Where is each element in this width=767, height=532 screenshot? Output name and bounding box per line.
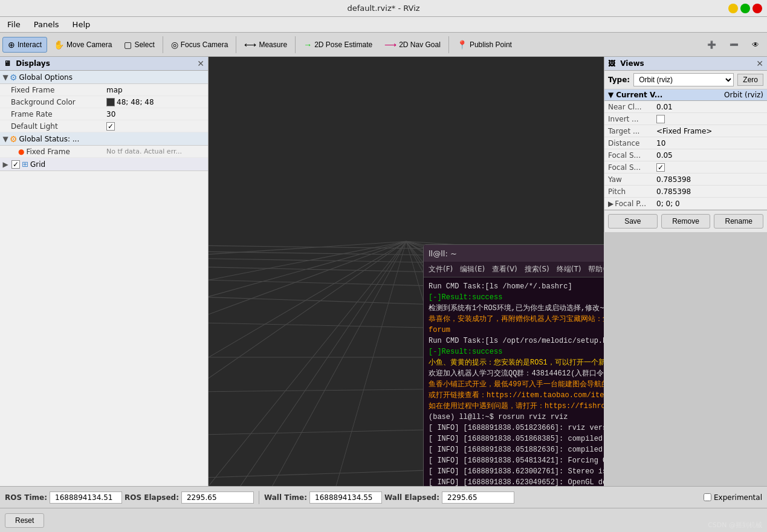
terminal-menu-view[interactable]: 查看(V) [492, 264, 517, 274]
focal-s1-value[interactable]: 0.05 [655, 151, 765, 160]
target-value[interactable]: <Fixed Frame> [655, 126, 765, 136]
invert-row[interactable]: Invert ... [604, 113, 767, 125]
yaw-value[interactable]: 0.785398 [655, 175, 765, 184]
fixed-frame-status-row[interactable]: ● Fixed Frame No tf data. Actual err... [0, 146, 208, 158]
views-save-button[interactable]: Save [608, 214, 658, 229]
focal-p-row[interactable]: ▶ Focal P... 0; 0; 0 [604, 198, 767, 210]
terminal-menu-search[interactable]: 搜索(S) [525, 264, 549, 274]
toolbar-publish-point[interactable]: 📍 Publish Point [451, 37, 517, 53]
status-bar: ROS Time: 1688894134.51 ROS Elapsed: 229… [0, 486, 767, 508]
current-view-section[interactable]: ▼ Current V... Orbit (rviz) [604, 89, 767, 101]
invert-checkbox[interactable] [656, 115, 665, 123]
views-zero-button[interactable]: Zero [737, 74, 763, 86]
fixed-frame-status-label: ● Fixed Frame [1, 147, 104, 157]
views-title: 🖼 Views [608, 59, 644, 68]
focal-s2-row[interactable]: Focal S... ✓ [604, 161, 767, 174]
toolbar-2d-pose[interactable]: → 2D Pose Estimate [298, 37, 378, 53]
views-rename-button[interactable]: Rename [714, 214, 763, 229]
default-light-row[interactable]: Default Light ✓ [0, 120, 208, 132]
minimize-button[interactable] [728, 4, 738, 13]
current-view-label: Current V... [616, 91, 662, 99]
focal-p-value[interactable]: 0; 0; 0 [655, 199, 765, 209]
terminal-line: [ INFO] [1688891838.623002761]: Stereo i… [429, 466, 604, 477]
toolbar-select[interactable]: ▢ Select [118, 37, 160, 53]
toolbar-measure[interactable]: ⟷ Measure [239, 37, 293, 53]
invert-value[interactable] [655, 114, 765, 124]
yaw-row[interactable]: Yaw 0.785398 [604, 174, 767, 186]
viewport[interactable]: ll@ll: ~ 文件(F) 编辑(E) 查看(V) 搜索(S) 终端(T) 帮… [209, 57, 604, 486]
bg-color-value[interactable]: 48; 48; 48 [104, 97, 207, 107]
views-remove-button[interactable]: Remove [661, 214, 711, 229]
terminal-line: 小鱼、黄黄的提示：您安装的是ROS1，可以打开一个新的终端输入roscore测试… [429, 357, 604, 368]
distance-row[interactable]: Distance 10 [604, 137, 767, 149]
terminal-line: [ INFO] [1688891838.051882636]: compiled… [429, 444, 604, 455]
plus-icon: ➕ [707, 41, 716, 49]
toolbar-2d-nav[interactable]: ⟶ 2D Nav Goal [379, 37, 446, 53]
terminal-line: 鱼香小铺正式开业，最低499可入手一台能建图会导航的移动机器人，淘宝搜店：鱼香R… [429, 379, 604, 390]
focal-s2-value[interactable]: ✓ [655, 163, 765, 172]
menu-help[interactable]: Help [68, 19, 95, 30]
focal-s1-row[interactable]: Focal S... 0.05 [604, 149, 767, 161]
grid-checkbox[interactable]: ✓ [11, 160, 20, 169]
pitch-row[interactable]: Pitch 0.785398 [604, 186, 767, 198]
toolbar-focus-camera[interactable]: ◎ Focus Camera [166, 37, 234, 53]
pitch-value[interactable]: 0.785398 [655, 187, 765, 196]
target-row[interactable]: Target ... <Fixed Frame> [604, 125, 767, 137]
toolbar-interact[interactable]: ⊕ Interact [2, 37, 47, 53]
terminal-menu-file[interactable]: 文件(F) [429, 264, 453, 274]
global-status-arrow[interactable]: ▼ [1, 135, 10, 143]
distance-value[interactable]: 10 [655, 138, 765, 148]
toolbar-move-camera[interactable]: ✋ Move Camera [48, 37, 117, 53]
bg-color-label: Background Color [1, 97, 104, 107]
terminal-line: (base) ll@ll:~$ rosrun rviz rviz [429, 412, 604, 423]
global-options-arrow[interactable]: ▼ [1, 73, 10, 82]
grid-header[interactable]: ▶ ✓ ⊞ Grid [0, 158, 208, 171]
focal-s2-checkbox[interactable]: ✓ [656, 163, 665, 172]
menu-panels[interactable]: Panels [29, 19, 64, 30]
terminal-body[interactable]: Run CMD Task:[ls /home/*/.bashrc][-]Resu… [424, 277, 604, 486]
views-panel-wrapper: ◀ 🖼 Views ✕ Type: Orbit (rviz) Zero [604, 57, 767, 486]
fixed-frame-row[interactable]: Fixed Frame map [0, 84, 208, 96]
toolbar-remove-icon[interactable]: ➖ [724, 37, 744, 52]
default-light-checkbox[interactable]: ✓ [106, 122, 115, 131]
views-type-select[interactable]: Orbit (rviz) [633, 73, 734, 86]
global-options-label: Global Options [19, 73, 73, 82]
default-light-value[interactable]: ✓ [104, 122, 207, 131]
bg-color-row[interactable]: Background Color 48; 48; 48 [0, 96, 208, 108]
global-options-header[interactable]: ▼ ⚙ Global Options [0, 71, 208, 84]
near-clip-value[interactable]: 0.01 [655, 102, 765, 112]
views-close-button[interactable]: ✕ [756, 59, 763, 68]
experimental-checkbox[interactable] [704, 493, 711, 501]
current-view-arrow[interactable]: ▼ [608, 91, 613, 99]
near-clip-row[interactable]: Near Cl... 0.01 [604, 101, 767, 113]
reset-button[interactable]: Reset [5, 513, 44, 528]
terminal-menu-help[interactable]: 帮助(H) [588, 264, 604, 274]
terminal-menu-edit[interactable]: 编辑(E) [460, 264, 485, 274]
displays-close-button[interactable]: ✕ [197, 59, 204, 68]
terminal-line: [-]Result:success [429, 346, 604, 357]
frame-rate-row[interactable]: Frame Rate 30 [0, 108, 208, 120]
focal-p-arrow[interactable]: ▶ [608, 199, 613, 208]
maximize-button[interactable] [740, 4, 750, 13]
wall-time-value: 1688894134.55 [309, 491, 382, 504]
menu-file[interactable]: File [2, 19, 25, 30]
grid-arrow[interactable]: ▶ [1, 160, 10, 169]
toolbar-eye-icon[interactable]: 👁 [746, 37, 765, 52]
frame-rate-value[interactable]: 30 [104, 109, 207, 119]
close-button[interactable] [752, 4, 762, 13]
ros-time-label: ROS Time: [5, 493, 47, 502]
2d-nav-icon: ⟶ [384, 40, 396, 50]
focal-s2-label: Focal S... [607, 163, 655, 172]
views-tree: ▼ Current V... Orbit (rviz) Near Cl... 0… [604, 89, 767, 210]
yaw-label: Yaw [607, 175, 655, 184]
terminal-menu-terminal[interactable]: 终端(T) [557, 264, 581, 274]
global-status-header[interactable]: ▼ ⚙ Global Status: ... [0, 132, 208, 146]
wall-time-label: Wall Time: [264, 493, 307, 502]
terminal-line: Run CMD Task:[ls /home/*/.bashrc] [429, 281, 604, 292]
fixed-frame-value[interactable]: map [104, 85, 207, 95]
global-options-icon: ⚙ [10, 73, 18, 82]
wall-time-field: Wall Time: 1688894134.55 [264, 491, 382, 504]
toolbar-add-icon[interactable]: ➕ [702, 37, 722, 52]
target-label: Target ... [607, 126, 655, 136]
eye-icon: 👁 [752, 41, 759, 49]
